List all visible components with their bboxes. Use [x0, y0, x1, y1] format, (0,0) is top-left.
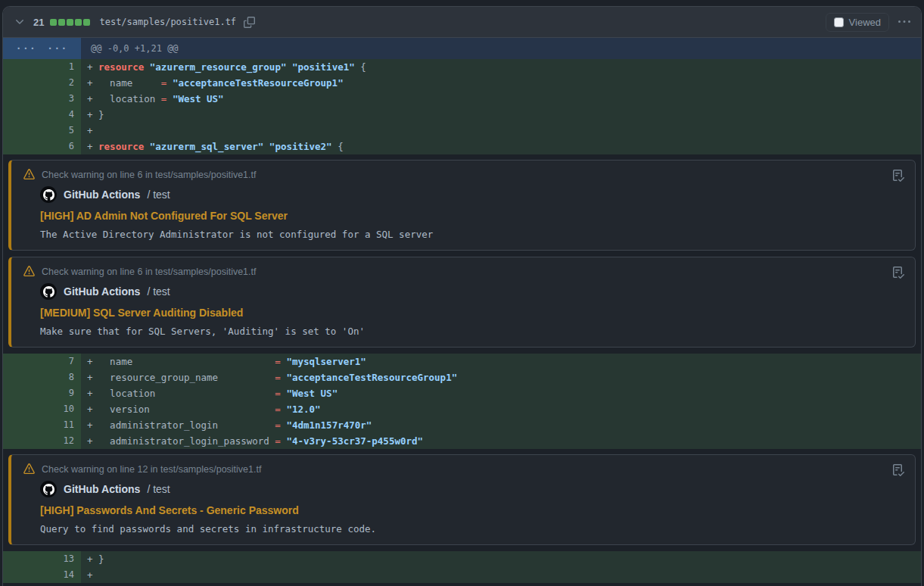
code-segment: "12.0" — [286, 404, 320, 415]
annotation-title: [HIGH] AD Admin Not Configured For SQL S… — [40, 210, 903, 222]
line-number[interactable]: 6 — [3, 139, 81, 154]
kebab-menu-icon[interactable] — [897, 14, 912, 30]
file-name-link[interactable]: test/samples/positive1.tf — [99, 17, 236, 27]
annotation-source: GitHub Actions/ test — [40, 283, 903, 300]
diff-stat-square — [83, 19, 90, 26]
code-segment: "positive1" — [292, 61, 355, 73]
code-segment: resource — [98, 61, 144, 73]
code-segment: + name — [87, 77, 161, 89]
line-number[interactable]: 3 — [3, 91, 81, 107]
changes-count: 21 — [33, 17, 44, 28]
line-number[interactable]: 8 — [3, 369, 81, 385]
diff-line-added: 9+ location = "West US" — [3, 385, 921, 401]
code-segment: + — [87, 141, 98, 152]
line-number[interactable]: 4 — [3, 107, 81, 123]
code-segment: + — [87, 61, 98, 73]
code-line-content: + — [81, 123, 921, 139]
collapse-file-chevron-down-icon[interactable] — [12, 14, 27, 30]
code-segment: = — [275, 404, 281, 415]
line-number[interactable]: 14 — [3, 567, 81, 583]
code-segment — [144, 141, 150, 152]
code-segment: + resource_group_name — [87, 372, 275, 383]
annotation-header: Check warning on line 6 in test/samples/… — [23, 266, 903, 277]
line-number[interactable]: 12 — [3, 433, 81, 449]
diff-line-added: 1+ resource "azurerm_resource_group" "po… — [3, 59, 921, 75]
code-segment: + — [87, 569, 93, 581]
annotation-header: Check warning on line 6 in test/samples/… — [23, 169, 903, 180]
alert-triangle-icon — [23, 169, 35, 180]
line-number[interactable]: 10 — [3, 401, 81, 417]
file-diff-card: 21 test/samples/positive1.tf Viewed ··· … — [2, 6, 922, 586]
diff-line-added: 11+ administrator_login = "4dm1n157r470r… — [3, 417, 921, 433]
code-segment: + administrator_login — [87, 419, 275, 431]
checklist-icon[interactable] — [891, 168, 906, 185]
line-number[interactable]: 13 — [3, 551, 81, 567]
code-segment — [263, 141, 269, 152]
diff-line-added: 4+ } — [3, 107, 921, 123]
annotation-app-name: GitHub Actions — [64, 189, 140, 201]
annotation-header-text: Check warning on line 6 in test/samples/… — [42, 267, 256, 277]
annotation-context: / test — [147, 285, 170, 298]
expand-hunk-down-button[interactable]: ··· — [47, 44, 68, 53]
hunk-expand-gutter: ··· ··· — [3, 38, 81, 59]
checklist-icon[interactable] — [891, 463, 906, 480]
code-line-content: + name = "mysqlserver1" — [81, 354, 921, 369]
code-segment: + location — [87, 93, 161, 104]
diff-line-added: 12+ administrator_login_password = "4-v3… — [3, 433, 921, 449]
diff-stat-square — [58, 19, 65, 26]
viewed-toggle[interactable]: Viewed — [826, 13, 889, 32]
diff-line-added: 7+ name = "mysqlserver1" — [3, 354, 921, 369]
line-number[interactable]: 2 — [3, 75, 81, 91]
code-segment: "West US" — [173, 93, 224, 104]
checklist-icon[interactable] — [891, 265, 906, 282]
diff-line-added: 10+ version = "12.0" — [3, 401, 921, 417]
annotation-description: The Active Directory Administrator is no… — [40, 229, 903, 240]
code-line-content: + } — [81, 551, 921, 567]
code-segment — [144, 61, 150, 73]
check-warning-annotation: Check warning on line 6 in test/samples/… — [8, 257, 916, 348]
code-segment: "azurerm_resource_group" — [150, 61, 287, 73]
expand-hunk-up-button[interactable]: ··· — [16, 44, 37, 53]
code-segment — [166, 93, 173, 104]
code-segment: "azurerm_sql_server" — [150, 141, 264, 152]
code-block: 13+ }14+ — [3, 551, 921, 583]
code-segment: "positive2" — [269, 141, 332, 152]
annotation-header: Check warning on line 12 in test/samples… — [23, 463, 903, 475]
viewed-checkbox[interactable] — [834, 17, 844, 27]
code-segment: resource — [98, 141, 144, 152]
code-line-content: + resource "azurerm_sql_server" "positiv… — [81, 139, 921, 154]
annotation-source: GitHub Actions/ test — [40, 186, 903, 203]
diff-line-added: 2+ name = "acceptanceTestResourceGroup1" — [3, 75, 921, 91]
code-line-content: + } — [81, 107, 921, 123]
line-number[interactable]: 9 — [3, 385, 81, 401]
diff-line-added: 5+ — [3, 123, 921, 139]
diff-line-added: 14+ — [3, 567, 921, 583]
code-line-content: + name = "acceptanceTestResourceGroup1" — [81, 75, 921, 91]
line-number[interactable]: 7 — [3, 354, 81, 369]
line-number[interactable]: 11 — [3, 417, 81, 433]
code-segment: "4dm1n157r470r" — [286, 419, 372, 431]
file-header: 21 test/samples/positive1.tf Viewed — [3, 7, 921, 38]
file-header-left: 21 test/samples/positive1.tf — [12, 14, 826, 30]
annotation-header-text: Check warning on line 6 in test/samples/… — [42, 170, 256, 180]
line-number[interactable]: 5 — [3, 123, 81, 139]
check-annotation-group: Check warning on line 12 in test/samples… — [3, 449, 921, 551]
code-segment: = — [275, 419, 281, 431]
copy-path-icon[interactable] — [242, 15, 257, 30]
code-segment: = — [275, 435, 281, 447]
github-avatar — [40, 186, 57, 203]
diff-line-added: 13+ } — [3, 551, 921, 567]
annotation-description: Query to find passwords and secrets in i… — [40, 523, 903, 535]
diff-stat-square — [50, 19, 57, 26]
code-block: 1+ resource "azurerm_resource_group" "po… — [3, 59, 921, 154]
check-warning-annotation: Check warning on line 6 in test/samples/… — [8, 160, 916, 251]
hunk-header-row: ··· ··· @@ -0,0 +1,21 @@ — [3, 38, 921, 59]
annotation-source: GitHub Actions/ test — [40, 481, 903, 497]
code-line-content: + — [81, 567, 921, 583]
code-line-content: + version = "12.0" — [81, 401, 921, 417]
code-line-content: + resource "azurerm_resource_group" "pos… — [81, 59, 921, 75]
line-number[interactable]: 1 — [3, 59, 81, 75]
code-segment — [286, 61, 292, 73]
hunk-header-text: @@ -0,0 +1,21 @@ — [81, 38, 179, 59]
check-annotation-group: Check warning on line 6 in test/samples/… — [3, 154, 921, 354]
